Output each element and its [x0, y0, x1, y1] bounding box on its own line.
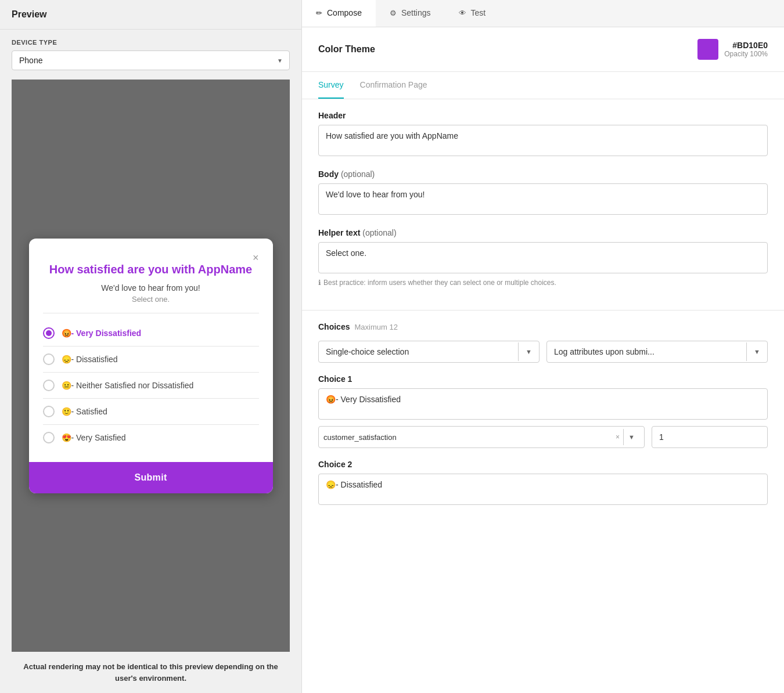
- header-label: Header: [318, 111, 768, 120]
- log-attributes-dropdown[interactable]: Log attributes upon submi... ▼: [546, 341, 768, 363]
- color-swatch[interactable]: [697, 39, 718, 60]
- device-type-select[interactable]: Phone Tablet Desktop: [12, 50, 290, 70]
- compose-icon: ✏: [316, 9, 322, 17]
- test-icon: 👁: [459, 9, 466, 17]
- choice-entry-2: Choice 2: [318, 460, 768, 507]
- preview-title: Preview: [12, 9, 46, 19]
- survey-card: × How satisfied are you with AppName We'…: [29, 239, 273, 493]
- left-panel: Preview DEVICE TYPE Phone Tablet Desktop…: [0, 0, 302, 693]
- top-tabs: ✏ Compose ⚙ Settings 👁 Test: [302, 0, 784, 27]
- helper-label-text: Helper text: [318, 228, 362, 237]
- choice-item-3[interactable]: 😐- Neither Satisfied nor Dissatisfied: [43, 373, 259, 399]
- sub-tab-confirmation[interactable]: Confirmation Page: [360, 72, 427, 99]
- helper-input[interactable]: [318, 242, 768, 273]
- body-input[interactable]: [318, 183, 768, 215]
- preview-header: Preview: [0, 0, 301, 30]
- radio-3[interactable]: [43, 380, 55, 391]
- sub-tab-survey[interactable]: Survey: [318, 72, 344, 99]
- radio-inner-1: [46, 330, 52, 336]
- radio-5[interactable]: [43, 432, 55, 443]
- helper-group: Helper text (optional) ℹ Best practice: …: [318, 228, 768, 287]
- device-type-section: DEVICE TYPE Phone Tablet Desktop: [0, 30, 301, 80]
- choice-1-value[interactable]: [652, 426, 768, 448]
- tab-compose-label: Compose: [327, 8, 362, 17]
- survey-preview-body: We'd love to hear from you!: [43, 283, 259, 293]
- choice-item-5[interactable]: 😍- Very Satisfied: [43, 425, 259, 450]
- body-optional: (optional): [341, 169, 375, 179]
- color-swatch-group[interactable]: #BD10E0 Opacity 100%: [697, 39, 768, 60]
- helper-label: Helper text (optional): [318, 228, 768, 237]
- sub-tab-confirmation-label: Confirmation Page: [360, 80, 427, 89]
- choice-label-5: 😍- Very Satisfied: [62, 433, 126, 442]
- color-theme-section: Color Theme #BD10E0 Opacity 100%: [302, 27, 784, 72]
- helper-note-text: Best practice: inform users whether they…: [323, 279, 556, 287]
- selection-type-dropdown[interactable]: Single-choice selection ▼: [318, 341, 540, 363]
- choice-1-tag-text: customer_satisfaction: [323, 428, 612, 446]
- choice-1-input[interactable]: [318, 388, 768, 420]
- choice-2-input[interactable]: [318, 474, 768, 505]
- helper-best-practice: ℹ Best practice: inform users whether th…: [318, 279, 768, 287]
- choice-item-1[interactable]: 😡- Very Dissatisfied: [43, 320, 259, 346]
- tab-compose[interactable]: ✏ Compose: [302, 0, 376, 27]
- log-attributes-text: Log attributes upon submi...: [547, 341, 746, 362]
- selection-type-arrow[interactable]: ▼: [518, 342, 539, 361]
- body-label-text: Body: [318, 169, 341, 179]
- choice-item-2[interactable]: 😞- Dissatisfied: [43, 346, 259, 373]
- right-content: Color Theme #BD10E0 Opacity 100% Survey …: [302, 27, 784, 693]
- survey-card-body: × How satisfied are you with AppName We'…: [29, 239, 273, 462]
- device-type-label: DEVICE TYPE: [12, 39, 290, 46]
- choices-header: Choices Maximum 12: [318, 322, 768, 331]
- choice-item-4[interactable]: 🙂- Satisfied: [43, 399, 259, 425]
- device-select-wrapper[interactable]: Phone Tablet Desktop: [12, 50, 290, 70]
- rendering-note: Actual rendering may not be identical to…: [0, 652, 301, 693]
- submit-button[interactable]: Submit: [29, 462, 273, 493]
- choice-2-label: Choice 2: [318, 460, 768, 469]
- choice-1-tag-arrow[interactable]: ▼: [623, 429, 639, 445]
- choice-label-3: 😐- Neither Satisfied nor Dissatisfied: [62, 381, 194, 390]
- choice-label-4: 🙂- Satisfied: [62, 407, 107, 416]
- color-info: #BD10E0 Opacity 100%: [724, 41, 768, 58]
- close-button[interactable]: ×: [253, 252, 259, 263]
- form-section: Header Body (optional) Helper text (opti…: [302, 99, 784, 310]
- sub-tab-survey-label: Survey: [318, 80, 344, 89]
- color-hex: #BD10E0: [724, 41, 768, 50]
- choice-1-label: Choice 1: [318, 374, 768, 384]
- tab-test-label: Test: [471, 8, 486, 17]
- preview-area: × How satisfied are you with AppName We'…: [12, 80, 290, 652]
- survey-divider: [43, 313, 259, 313]
- color-theme-label: Color Theme: [318, 44, 375, 55]
- settings-icon: ⚙: [390, 9, 397, 17]
- choices-dropdowns: Single-choice selection ▼ Log attributes…: [318, 341, 768, 363]
- choice-1-tag-remove[interactable]: ×: [616, 433, 620, 441]
- radio-4[interactable]: [43, 406, 55, 417]
- log-attributes-arrow[interactable]: ▼: [746, 342, 767, 361]
- survey-preview-header: How satisfied are you with AppName: [43, 263, 259, 276]
- choice-label-2: 😞- Dissatisfied: [62, 355, 118, 364]
- tab-settings-label: Settings: [401, 8, 431, 17]
- choices-section: Choices Maximum 12 Single-choice selecti…: [302, 311, 784, 530]
- body-label: Body (optional): [318, 169, 768, 179]
- tab-test[interactable]: 👁 Test: [445, 0, 500, 27]
- choices-max: Maximum 12: [354, 323, 397, 331]
- header-group: Header: [318, 111, 768, 158]
- radio-2[interactable]: [43, 353, 55, 365]
- choice-1-tag[interactable]: customer_satisfaction × ▼: [318, 426, 645, 448]
- header-input[interactable]: [318, 125, 768, 156]
- body-group: Body (optional): [318, 169, 768, 216]
- choice-entry-1: Choice 1 customer_satisfaction × ▼: [318, 374, 768, 448]
- helper-optional: (optional): [362, 228, 396, 237]
- tab-settings[interactable]: ⚙ Settings: [376, 0, 445, 27]
- choice-1-meta: customer_satisfaction × ▼: [318, 426, 768, 448]
- choice-label-1: 😡- Very Dissatisfied: [62, 329, 142, 338]
- selection-type-text: Single-choice selection: [319, 341, 518, 362]
- color-opacity: Opacity 100%: [724, 50, 768, 58]
- choices-label: Choices: [318, 322, 350, 331]
- survey-preview-helper: Select one.: [43, 295, 259, 304]
- radio-1[interactable]: [43, 327, 55, 339]
- info-icon: ℹ: [318, 279, 321, 287]
- right-panel: ✏ Compose ⚙ Settings 👁 Test Color Theme …: [302, 0, 784, 693]
- sub-tabs: Survey Confirmation Page: [302, 72, 784, 99]
